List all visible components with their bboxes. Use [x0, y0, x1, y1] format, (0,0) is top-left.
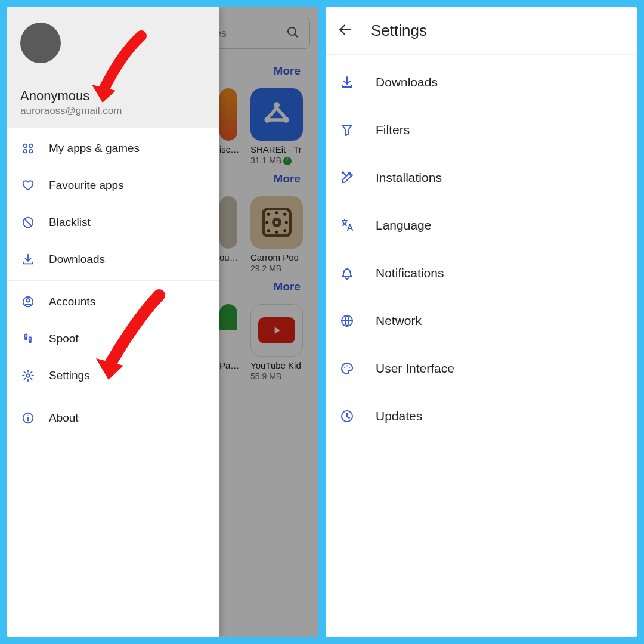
svg-point-23 [24, 334, 27, 338]
bell-icon [339, 265, 355, 281]
apps-icon [20, 141, 36, 156]
drawer-item-my-apps[interactable]: My apps & games [7, 130, 219, 167]
svg-point-15 [24, 144, 27, 148]
svg-point-32 [342, 172, 343, 173]
gear-icon [20, 368, 36, 383]
user-name: Anonymous [20, 88, 206, 104]
settings-item-ui[interactable]: User Interface [326, 345, 637, 392]
settings-item-downloads[interactable]: Downloads [326, 58, 637, 106]
drawer-item-favourites[interactable]: Favourite apps [7, 167, 219, 204]
nav-drawer: Anonymous auroraoss@gmail.com My apps & … [7, 7, 219, 637]
drawer-item-downloads[interactable]: Downloads [7, 241, 219, 278]
settings-item-notifications[interactable]: Notifications [326, 249, 637, 297]
updates-icon [339, 408, 355, 425]
svg-point-24 [25, 338, 27, 340]
back-button[interactable] [338, 22, 353, 40]
drawer-item-label: Blacklist [49, 216, 91, 229]
drawer-item-about[interactable]: About [7, 400, 219, 436]
account-icon [20, 294, 36, 309]
settings-item-network[interactable]: Network [326, 297, 637, 345]
right-screenshot: Settings Downloads Filters Installations… [326, 7, 637, 637]
drawer-item-blacklist[interactable]: Blacklist [7, 204, 219, 241]
globe-icon [339, 312, 355, 329]
svg-point-34 [344, 367, 345, 368]
drawer-item-settings[interactable]: Settings [7, 357, 219, 394]
svg-point-30 [27, 415, 28, 416]
svg-point-35 [346, 366, 348, 367]
svg-point-16 [29, 144, 33, 148]
info-icon [20, 410, 36, 426]
svg-point-26 [29, 341, 31, 343]
settings-item-label: User Interface [376, 361, 454, 376]
tools-icon [339, 169, 355, 186]
download-icon [20, 252, 36, 267]
settings-list: Downloads Filters Installations Language… [326, 55, 637, 440]
drawer-item-label: Favourite apps [49, 179, 124, 192]
svg-point-36 [349, 367, 350, 368]
settings-header: Settings [326, 7, 637, 55]
language-icon [339, 217, 355, 234]
user-email: auroraoss@gmail.com [20, 105, 206, 117]
drawer-item-label: Downloads [49, 253, 105, 266]
page-title: Settings [371, 21, 427, 40]
settings-item-filters[interactable]: Filters [326, 106, 637, 154]
drawer-item-spoof[interactable]: Spoof [7, 320, 219, 357]
svg-point-25 [29, 337, 32, 340]
settings-item-language[interactable]: Language [326, 202, 637, 249]
drawer-item-label: Settings [49, 369, 90, 382]
svg-line-20 [24, 219, 32, 226]
svg-point-22 [26, 299, 30, 302]
heart-icon [20, 178, 36, 193]
settings-item-label: Filters [376, 123, 410, 137]
svg-point-27 [26, 374, 30, 377]
drawer-item-label: My apps & games [49, 142, 140, 155]
filter-icon [339, 122, 355, 138]
footsteps-icon [20, 331, 36, 346]
drawer-item-label: About [49, 411, 79, 425]
svg-point-17 [24, 150, 27, 153]
block-icon [20, 215, 36, 230]
avatar [20, 23, 61, 63]
settings-item-label: Network [376, 314, 422, 328]
download-icon [339, 74, 355, 91]
drawer-item-label: Accounts [49, 295, 95, 308]
settings-item-label: Notifications [376, 266, 444, 280]
settings-item-updates[interactable]: Updates [326, 392, 637, 440]
drawer-item-accounts[interactable]: Accounts [7, 283, 219, 320]
settings-item-installations[interactable]: Installations [326, 154, 637, 202]
settings-item-label: Language [376, 218, 431, 233]
settings-item-label: Downloads [376, 75, 438, 89]
settings-item-label: Updates [376, 409, 422, 423]
drawer-item-label: Spoof [49, 332, 79, 345]
svg-point-18 [29, 150, 33, 153]
drawer-header[interactable]: Anonymous auroraoss@gmail.com [7, 7, 219, 128]
left-screenshot: es More iscov... SHAREit - Tr [7, 7, 318, 637]
settings-item-label: Installations [376, 171, 442, 185]
palette-icon [339, 360, 355, 377]
